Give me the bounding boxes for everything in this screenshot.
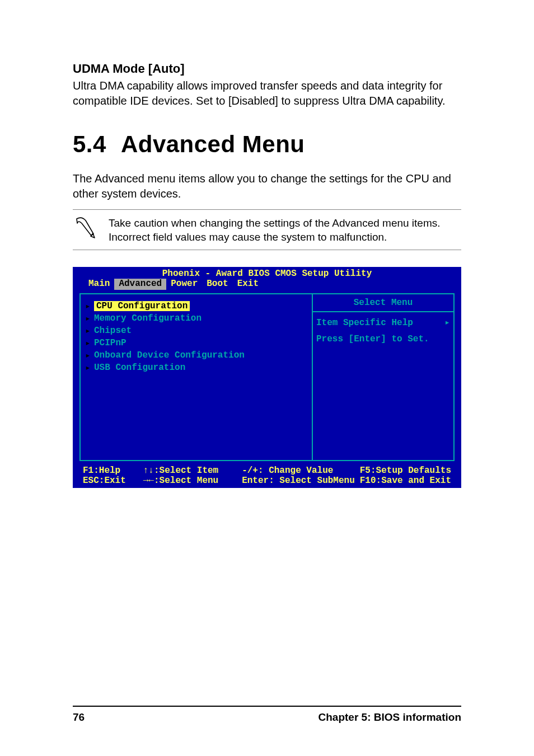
bios-menu-label: Memory Configuration xyxy=(94,313,202,323)
chapter-intro: The Advanced menu items allow you to cha… xyxy=(73,171,461,201)
caution-text: Take caution when changing the settings … xyxy=(109,215,461,244)
submenu-caret-icon: ▸ xyxy=(85,300,91,312)
bios-help-text: Press [Enter] to Set. xyxy=(316,333,450,345)
bios-menu-item-cpu[interactable]: ▸ CPU Configuration xyxy=(85,300,307,312)
bios-tab-boot[interactable]: Boot xyxy=(202,279,232,290)
submenu-caret-icon: ▸ xyxy=(444,317,450,329)
chapter-label: Chapter 5: BIOS information xyxy=(318,711,461,724)
bios-left-panel: ▸ CPU Configuration ▸ Memory Configurati… xyxy=(79,293,312,461)
bios-right-body: Item Specific Help▸ Press [Enter] to Set… xyxy=(313,312,453,350)
bios-right-title: Select Menu xyxy=(313,294,453,312)
bios-menu-item-memory[interactable]: ▸ Memory Configuration xyxy=(85,312,307,325)
bios-menu-item-usb[interactable]: ▸ USB Configuration xyxy=(85,361,307,374)
bios-menu-item-onboard[interactable]: ▸ Onboard Device Configuration xyxy=(85,349,307,361)
bios-screenshot: Phoenix - Award BIOS CMOS Setup Utility … xyxy=(73,267,461,488)
bios-right-panel: Select Menu Item Specific Help▸ Press [E… xyxy=(312,293,455,461)
bios-tab-exit[interactable]: Exit xyxy=(233,279,263,290)
section-body: Ultra DMA capability allows improved tra… xyxy=(73,78,461,109)
caution-note: Take caution when changing the settings … xyxy=(73,209,461,250)
submenu-caret-icon: ▸ xyxy=(85,350,91,361)
submenu-caret-icon: ▸ xyxy=(85,362,91,373)
bios-footer-submenu: Enter: Select SubMenu xyxy=(242,476,360,486)
bios-footer-exit: ESC:Exit xyxy=(83,476,143,486)
bios-menu-label: Onboard Device Configuration xyxy=(94,350,245,360)
bios-footer-select-item: ↑↓:Select Item xyxy=(143,466,242,476)
submenu-caret-icon: ▸ xyxy=(85,337,91,349)
bios-tab-power[interactable]: Power xyxy=(166,279,202,290)
bios-menu-label: PCIPnP xyxy=(94,338,127,348)
bios-tab-advanced[interactable]: Advanced xyxy=(114,279,166,290)
pencil-icon xyxy=(73,215,97,240)
bios-menu-item-chipset[interactable]: ▸ Chipset xyxy=(85,325,307,337)
bios-menu-label: USB Configuration xyxy=(94,363,185,373)
bios-title: Phoenix - Award BIOS CMOS Setup Utility xyxy=(73,267,461,279)
bios-body: ▸ CPU Configuration ▸ Memory Configurati… xyxy=(73,290,461,464)
bios-footer-save: F10:Save and Exit xyxy=(360,476,451,486)
bios-footer-help: F1:Help xyxy=(83,466,143,476)
bios-help-label: Item Specific Help xyxy=(316,317,413,329)
chapter-heading: 5.4Advanced Menu xyxy=(73,131,461,158)
submenu-caret-icon: ▸ xyxy=(85,313,91,324)
bios-tab-main[interactable]: Main xyxy=(84,279,114,290)
chapter-title: Advanced Menu xyxy=(121,131,305,157)
bios-menu-label: Chipset xyxy=(94,326,132,336)
page-footer: 76 Chapter 5: BIOS information xyxy=(73,706,461,724)
submenu-caret-icon: ▸ xyxy=(85,325,91,336)
bios-menu-label: CPU Configuration xyxy=(94,301,190,311)
chapter-number: 5.4 xyxy=(73,131,106,157)
bios-tab-bar: Main Advanced Power Boot Exit xyxy=(73,279,461,290)
bios-menu-item-pcipnp[interactable]: ▸ PCIPnP xyxy=(85,337,307,349)
section-title: UDMA Mode [Auto] xyxy=(73,62,461,76)
bios-footer-defaults: F5:Setup Defaults xyxy=(360,466,451,476)
bios-footer-select-menu: →←:Select Menu xyxy=(143,476,242,486)
bios-footer-change-value: -/+: Change Value xyxy=(242,466,360,476)
page-number: 76 xyxy=(73,711,85,724)
bios-footer: F1:Help ↑↓:Select Item -/+: Change Value… xyxy=(73,464,461,488)
